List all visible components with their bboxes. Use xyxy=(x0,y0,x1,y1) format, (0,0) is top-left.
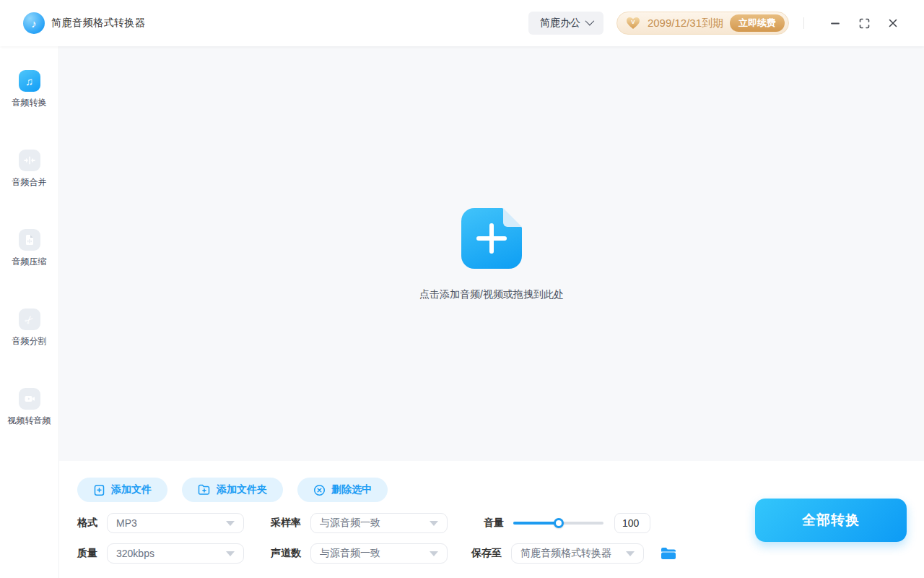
settings-row-2: 质量 320kbps 声道数 与源音频一致 保存至 简鹿音频格式转换器 xyxy=(77,543,924,564)
sidebar-item-label: 音频压缩 xyxy=(12,256,47,268)
delete-selected-label: 删除选中 xyxy=(331,483,372,496)
delete-selected-button[interactable]: 删除选中 xyxy=(297,478,388,502)
vip-expiry-text: 2099/12/31到期 xyxy=(648,17,723,30)
dropdown-arrow-icon xyxy=(430,551,438,556)
plus-icon xyxy=(489,223,494,254)
channels-label: 声道数 xyxy=(271,547,301,560)
format-label: 格式 xyxy=(77,517,97,530)
merge-icon xyxy=(19,150,40,171)
channels-dropdown[interactable]: 与源音频一致 xyxy=(310,543,448,564)
volume-slider[interactable] xyxy=(513,518,603,528)
sidebar-item-label: 音频合并 xyxy=(12,176,47,189)
dropdown-arrow-icon xyxy=(226,521,235,526)
convert-all-button[interactable]: 全部转换 xyxy=(755,499,907,542)
sidebar-item-audio-convert[interactable]: ♫ 音频转换 xyxy=(12,70,47,109)
sidebar-item-label: 音频分割 xyxy=(12,335,47,348)
add-folder-button[interactable]: 添加文件夹 xyxy=(182,478,283,502)
quality-value: 320kbps xyxy=(116,548,154,559)
app-logo-icon: ♪ xyxy=(23,12,45,34)
open-folder-button[interactable] xyxy=(661,547,676,560)
folder-icon xyxy=(661,547,676,560)
window-close-button[interactable] xyxy=(884,14,902,33)
sample-rate-label: 采样率 xyxy=(271,517,301,530)
add-file-big-icon[interactable] xyxy=(461,208,522,269)
quality-label: 质量 xyxy=(77,547,97,560)
add-folder-label: 添加文件夹 xyxy=(217,483,267,496)
dropdown-arrow-icon xyxy=(626,551,635,556)
vip-status-badge: V 2099/12/31到期 立即续费 xyxy=(616,12,789,35)
sidebar-item-label: 视频转音频 xyxy=(8,415,51,427)
volume-label: 音量 xyxy=(484,517,504,530)
music-note-icon: ♫ xyxy=(19,70,40,92)
save-to-value: 简鹿音频格式转换器 xyxy=(520,547,611,560)
dropdown-arrow-icon xyxy=(226,551,235,556)
chevron-down-icon xyxy=(585,17,594,26)
compress-file-icon xyxy=(19,229,40,251)
bottom-panel: 添加文件 添加文件夹 删除选中 格式 MP3 采样率 与源音频一致 xyxy=(59,461,924,578)
titlebar: ♪ 简鹿音频格式转换器 简鹿办公 V 2099/12/31到期 立即续费 xyxy=(0,0,924,46)
titlebar-divider xyxy=(803,17,804,29)
save-to-dropdown[interactable]: 简鹿音频格式转换器 xyxy=(511,543,644,564)
sidebar-item-audio-split[interactable]: ✂ 音频分割 xyxy=(12,309,47,348)
sidebar-item-video-to-audio[interactable]: 视频转音频 xyxy=(8,388,51,427)
renew-button[interactable]: 立即续费 xyxy=(730,14,785,32)
circle-x-icon xyxy=(313,484,326,496)
sample-rate-value: 与源音频一致 xyxy=(320,517,380,530)
volume-slider-fill xyxy=(513,522,559,525)
window-minimize-button[interactable] xyxy=(826,14,845,33)
save-to-label: 保存至 xyxy=(471,547,502,560)
file-plus-icon xyxy=(93,484,105,496)
workspace-menu-button[interactable]: 简鹿办公 xyxy=(528,12,603,35)
maximize-icon xyxy=(859,18,870,29)
video-camera-icon xyxy=(19,388,40,410)
workspace-menu-label: 简鹿办公 xyxy=(540,17,580,30)
file-dropzone[interactable]: 点击添加音频/视频或拖拽到此处 xyxy=(59,46,924,461)
add-file-label: 添加文件 xyxy=(111,483,152,496)
format-value: MP3 xyxy=(116,517,137,529)
dropdown-arrow-icon xyxy=(430,521,438,526)
add-file-button[interactable]: 添加文件 xyxy=(77,478,167,502)
sidebar-item-audio-compress[interactable]: 音频压缩 xyxy=(12,229,47,268)
quality-dropdown[interactable]: 320kbps xyxy=(107,543,244,564)
format-dropdown[interactable]: MP3 xyxy=(107,513,244,533)
folder-plus-icon xyxy=(198,484,211,496)
sidebar-item-audio-merge[interactable]: 音频合并 xyxy=(12,150,47,189)
sidebar: ♫ 音频转换 音频合并 音频压缩 ✂ 音频分割 xyxy=(0,46,59,578)
volume-slider-thumb[interactable] xyxy=(554,518,564,528)
scissors-icon: ✂ xyxy=(19,309,40,330)
window-maximize-button[interactable] xyxy=(855,14,873,33)
close-icon xyxy=(888,18,898,28)
volume-input[interactable] xyxy=(614,513,650,533)
channels-value: 与源音频一致 xyxy=(320,547,380,560)
sample-rate-dropdown[interactable]: 与源音频一致 xyxy=(310,513,448,533)
svg-text:V: V xyxy=(631,19,635,25)
vip-heart-icon: V xyxy=(625,16,641,30)
sidebar-item-label: 音频转换 xyxy=(12,97,47,109)
app-title: 简鹿音频格式转换器 xyxy=(51,17,146,30)
dropzone-hint-text: 点击添加音频/视频或拖拽到此处 xyxy=(419,288,564,301)
